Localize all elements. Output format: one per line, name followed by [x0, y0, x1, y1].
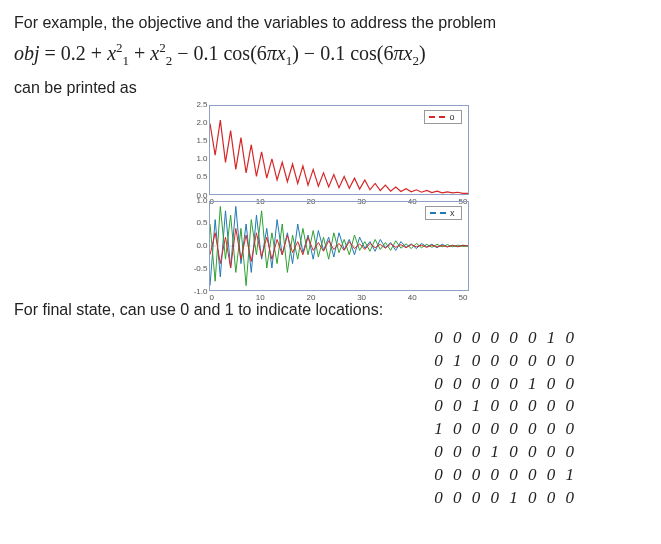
matrix-row: 1 0 0 0 0 0 0 0	[434, 418, 577, 441]
chart-block: 2.52.01.51.00.50.0 o 01020304050 1.00.50…	[181, 105, 481, 291]
chart2-yticks: 1.00.50.0-0.5-1.0	[182, 196, 208, 296]
matrix-row: 0 0 0 1 0 0 0 0	[434, 441, 577, 464]
objective-formula: obj = 0.2 + x21 + x22 − 0.1 cos(6πx1) − …	[14, 40, 647, 69]
matrix-row: 0 0 0 0 0 0 1 0	[434, 327, 577, 350]
legend-swatch	[430, 212, 446, 214]
chart2-legend-label: x	[450, 208, 455, 218]
chart1-legend-label: o	[449, 112, 454, 122]
intro-text: For example, the objective and the varia…	[14, 14, 647, 32]
matrix-row: 0 1 0 0 0 0 0 0	[434, 350, 577, 373]
location-matrix: 0 0 0 0 0 0 1 00 1 0 0 0 0 0 00 0 0 0 0 …	[434, 327, 647, 511]
chart1-yticks: 2.52.01.51.00.50.0	[182, 100, 208, 200]
chart2-legend: x	[425, 206, 462, 220]
chart-variables: 1.00.50.0-0.5-1.0 x 01020304050	[209, 201, 469, 291]
matrix-row: 0 0 1 0 0 0 0 0	[434, 395, 577, 418]
final-state-text: For final state, can use 0 and 1 to indi…	[14, 301, 647, 319]
chart2-xticks: 01020304050	[210, 293, 468, 302]
printed-text: can be printed as	[14, 79, 647, 97]
matrix-row: 0 0 0 0 1 0 0 0	[434, 487, 577, 510]
matrix-row: 0 0 0 0 0 0 0 1	[434, 464, 577, 487]
legend-swatch	[429, 116, 445, 118]
matrix-row: 0 0 0 0 0 1 0 0	[434, 373, 577, 396]
chart-objective: 2.52.01.51.00.50.0 o 01020304050	[209, 105, 469, 195]
chart1-legend: o	[424, 110, 461, 124]
